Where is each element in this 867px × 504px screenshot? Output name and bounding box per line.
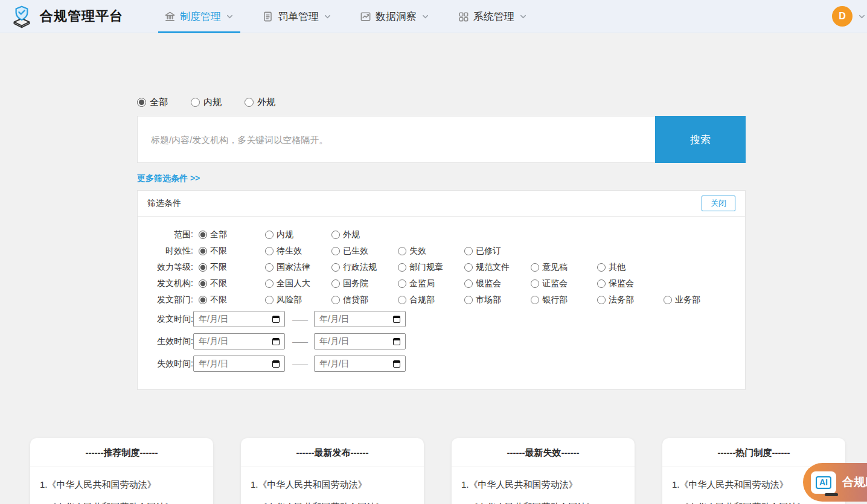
user-menu[interactable]: D xyxy=(832,6,861,27)
scope-radio-2[interactable] xyxy=(245,98,254,107)
search-input[interactable] xyxy=(137,116,655,163)
card-list-latest-expired: 1.《中华人民共和国劳动法》2.《中华人民共和国劳动合同法》 xyxy=(452,467,635,504)
nav-item-institution-mgmt[interactable]: 制度管理 xyxy=(159,0,239,33)
scope-option-2[interactable]: 外规 xyxy=(245,97,275,108)
filter-radio-scope-0[interactable] xyxy=(199,231,207,239)
nav-item-data-insight[interactable]: 数据洞察 xyxy=(355,0,435,33)
filter-option-label: 已生效 xyxy=(343,246,368,257)
date-input-expiry-date-end[interactable]: 年/月/日 xyxy=(314,356,406,372)
filter-option-legal-level-2[interactable]: 行政法规 xyxy=(331,262,398,273)
date-input-publish-date-start[interactable]: 年/月/日 xyxy=(193,311,285,327)
list-item[interactable]: 2.《中华人民共和国劳动合同法》 xyxy=(461,496,625,504)
filter-option-effectiveness-1[interactable]: 待生效 xyxy=(265,246,331,257)
filter-option-label: 国家法律 xyxy=(277,262,310,273)
filter-option-label: 风险部 xyxy=(277,295,302,305)
filter-option-issuing-department-5[interactable]: 银行部 xyxy=(531,295,597,305)
nav-item-penalty-mgmt[interactable]: 罚单管理 xyxy=(257,0,337,33)
filter-option-legal-level-1[interactable]: 国家法律 xyxy=(265,262,331,273)
list-item[interactable]: 2.《中华人民共和国劳动合同法》 xyxy=(40,496,203,504)
filter-radio-issuing-authority-5[interactable] xyxy=(531,279,539,288)
filter-panel-header: 筛选条件 关闭 xyxy=(138,191,745,217)
filter-radio-issuing-authority-6[interactable] xyxy=(597,279,606,288)
filter-option-issuing-authority-2[interactable]: 国务院 xyxy=(331,278,398,289)
date-range-separator: —— xyxy=(292,337,307,346)
user-avatar[interactable]: D xyxy=(832,6,853,27)
filter-radio-legal-level-1[interactable] xyxy=(265,263,274,272)
date-input-publish-date-end[interactable]: 年/月/日 xyxy=(314,311,406,327)
scope-radio-1[interactable] xyxy=(191,98,200,107)
filter-option-issuing-department-0[interactable]: 不限 xyxy=(199,295,265,305)
filter-radio-issuing-department-4[interactable] xyxy=(464,296,473,304)
close-filter-button[interactable]: 关闭 xyxy=(702,196,735,211)
scope-option-1[interactable]: 内规 xyxy=(191,97,222,108)
filter-option-label: 其他 xyxy=(609,262,625,273)
filter-option-scope-2[interactable]: 外规 xyxy=(331,229,398,240)
filter-radio-issuing-department-3[interactable] xyxy=(398,296,406,304)
filter-option-issuing-authority-0[interactable]: 不限 xyxy=(199,278,265,289)
filter-option-label: 不限 xyxy=(210,278,227,289)
filter-option-scope-0[interactable]: 全部 xyxy=(199,229,265,240)
filter-radio-issuing-authority-3[interactable] xyxy=(398,279,406,288)
list-item[interactable]: 2.《中华人民共和国劳动合同法》 xyxy=(251,496,414,504)
filter-radio-legal-level-6[interactable] xyxy=(597,263,606,272)
filter-radio-issuing-department-1[interactable] xyxy=(265,296,274,304)
filter-option-legal-level-5[interactable]: 意见稿 xyxy=(531,262,597,273)
filter-option-legal-level-6[interactable]: 其他 xyxy=(597,262,664,273)
main-nav: 制度管理罚单管理数据洞察系统管理 xyxy=(159,0,551,33)
filter-option-legal-level-4[interactable]: 规范文件 xyxy=(464,262,531,273)
filter-option-effectiveness-0[interactable]: 不限 xyxy=(199,246,265,257)
filter-radio-issuing-authority-1[interactable] xyxy=(265,279,274,288)
filter-option-issuing-department-7[interactable]: 业务部 xyxy=(664,295,730,305)
scope-option-label: 外规 xyxy=(257,97,275,108)
filter-radio-legal-level-3[interactable] xyxy=(398,263,406,272)
filter-radio-legal-level-5[interactable] xyxy=(531,263,539,272)
more-filters-link[interactable]: 更多筛选条件 >> xyxy=(137,173,200,184)
filter-radio-issuing-department-7[interactable] xyxy=(664,296,672,304)
filter-radio-effectiveness-2[interactable] xyxy=(331,247,340,255)
filter-option-issuing-authority-6[interactable]: 保监会 xyxy=(597,278,664,289)
filter-radio-effectiveness-1[interactable] xyxy=(265,247,274,255)
filter-option-issuing-authority-3[interactable]: 金监局 xyxy=(398,278,464,289)
filter-option-effectiveness-3[interactable]: 失效 xyxy=(398,246,464,257)
filter-option-issuing-department-4[interactable]: 市场部 xyxy=(464,295,531,305)
nav-item-system-mgmt[interactable]: 系统管理 xyxy=(453,0,533,33)
date-input-effective-date-start[interactable]: 年/月/日 xyxy=(193,333,285,349)
list-item[interactable]: 1.《中华人民共和国劳动法》 xyxy=(40,473,203,496)
filter-radio-scope-1[interactable] xyxy=(265,231,274,239)
scope-radio-0[interactable] xyxy=(137,98,146,107)
filter-radio-issuing-department-6[interactable] xyxy=(597,296,606,304)
filter-radio-legal-level-2[interactable] xyxy=(331,263,340,272)
filter-option-effectiveness-2[interactable]: 已生效 xyxy=(331,246,398,257)
filter-option-issuing-authority-4[interactable]: 银监会 xyxy=(464,278,531,289)
filter-radio-legal-level-0[interactable] xyxy=(199,263,207,272)
filter-radio-issuing-department-0[interactable] xyxy=(199,296,207,304)
filter-option-issuing-authority-1[interactable]: 全国人大 xyxy=(265,278,331,289)
filter-option-legal-level-0[interactable]: 不限 xyxy=(199,262,265,273)
filter-radio-issuing-authority-2[interactable] xyxy=(331,279,340,288)
filter-radio-issuing-authority-4[interactable] xyxy=(464,279,473,288)
list-item[interactable]: 1.《中华人民共和国劳动法》 xyxy=(251,473,414,496)
filter-radio-effectiveness-0[interactable] xyxy=(199,247,207,255)
filter-option-issuing-department-1[interactable]: 风险部 xyxy=(265,295,331,305)
search-button[interactable]: 搜索 xyxy=(655,116,746,163)
filter-radio-legal-level-4[interactable] xyxy=(464,263,473,272)
filter-radio-effectiveness-4[interactable] xyxy=(464,247,473,255)
filter-radio-issuing-department-5[interactable] xyxy=(531,296,539,304)
filter-option-scope-1[interactable]: 内规 xyxy=(265,229,331,240)
date-input-effective-date-end[interactable]: 年/月/日 xyxy=(314,333,406,349)
scope-option-0[interactable]: 全部 xyxy=(137,97,168,108)
filter-row-label: 范围: xyxy=(138,229,193,240)
filter-option-issuing-authority-5[interactable]: 证监会 xyxy=(531,278,597,289)
filter-option-issuing-department-3[interactable]: 合规部 xyxy=(398,295,464,305)
list-item[interactable]: 1.《中华人民共和国劳动法》 xyxy=(461,473,625,496)
filter-radio-effectiveness-3[interactable] xyxy=(398,247,406,255)
filter-radio-issuing-authority-0[interactable] xyxy=(199,279,207,288)
filter-radio-scope-2[interactable] xyxy=(331,231,340,239)
date-input-expiry-date-start[interactable]: 年/月/日 xyxy=(193,356,285,372)
filter-radio-issuing-department-2[interactable] xyxy=(331,296,340,304)
filter-option-issuing-department-6[interactable]: 法务部 xyxy=(597,295,664,305)
filter-option-issuing-department-2[interactable]: 信贷部 xyxy=(331,295,398,305)
filter-option-effectiveness-4[interactable]: 已修订 xyxy=(464,246,531,257)
filter-option-legal-level-3[interactable]: 部门规章 xyxy=(398,262,464,273)
assistant-button[interactable]: AI 合规助手 xyxy=(803,463,867,502)
